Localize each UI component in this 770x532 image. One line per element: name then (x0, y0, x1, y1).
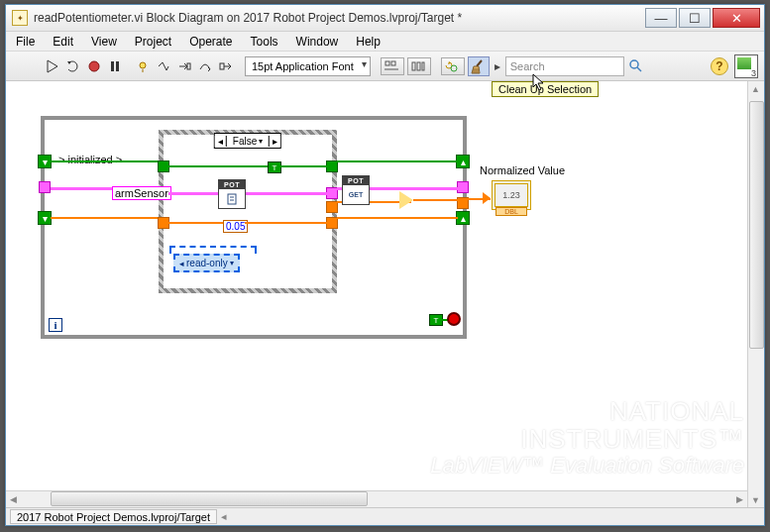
wire-green-1[interactable] (51, 160, 160, 162)
wire-case-pink-r[interactable] (246, 192, 327, 195)
case-selector[interactable]: ◂ False ▾ ▸ (214, 133, 281, 149)
svg-rect-11 (417, 62, 420, 70)
comparison-node[interactable] (399, 191, 413, 209)
horizontal-scrollbar[interactable]: ◀ ▶ (6, 490, 747, 507)
readonly-label: read-only (186, 258, 228, 268)
bool-const-inside[interactable]: T (268, 161, 281, 173)
vertical-scrollbar[interactable]: ▲ ▼ (747, 81, 764, 507)
wire-case-green[interactable] (168, 165, 268, 167)
scroll-left-arrow[interactable]: ◀ (6, 491, 21, 506)
readonly-control[interactable]: read-only ▾ (173, 254, 240, 272)
iteration-terminal[interactable]: i (49, 318, 62, 332)
numeric-indicator[interactable]: 1.23 DBL (492, 180, 531, 210)
pot-header-2: POT (343, 176, 369, 185)
pot-header-1: POT (219, 180, 245, 189)
case-structure[interactable]: ◂ False ▾ ▸ T armSensor POT (159, 130, 337, 293)
shift-register-left-1[interactable] (38, 155, 52, 168)
scroll-down-arrow[interactable]: ▼ (748, 492, 763, 507)
cleanup-button[interactable] (468, 56, 490, 76)
pot-open-subvi[interactable]: POT (218, 179, 246, 209)
run-button[interactable] (44, 57, 61, 75)
wire-case-or-r[interactable] (245, 222, 327, 224)
tunnel-right-pink[interactable] (457, 181, 469, 193)
menu-file[interactable]: File (16, 35, 35, 49)
svg-rect-6 (220, 63, 224, 69)
cleanup-tooltip: Clean Up Selection (492, 81, 599, 97)
menu-window[interactable]: Window (296, 35, 339, 49)
menu-operate[interactable]: Operate (189, 35, 232, 49)
svg-rect-2 (116, 61, 119, 71)
maximize-button[interactable]: ☐ (679, 8, 711, 28)
svg-point-18 (630, 60, 638, 68)
svg-rect-1 (111, 61, 114, 71)
svg-rect-8 (391, 61, 395, 65)
app-window: ✦ readPotentiometer.vi Block Diagram on … (5, 4, 765, 526)
minimize-button[interactable]: — (645, 8, 677, 28)
svg-point-0 (89, 61, 99, 71)
wire-orange-r-outer[interactable] (337, 217, 458, 219)
wire-orange-left[interactable] (51, 217, 160, 219)
run-continuous-button[interactable] (64, 57, 82, 75)
context-help-button[interactable]: ? (711, 57, 728, 75)
titlebar: ✦ readPotentiometer.vi Block Diagram on … (6, 5, 764, 32)
font-selector[interactable]: 15pt Application Font (245, 56, 371, 76)
step-out-button[interactable] (217, 57, 235, 75)
svg-line-14 (477, 60, 482, 66)
shift-register-left-2[interactable] (38, 211, 52, 225)
svg-rect-7 (385, 61, 389, 65)
menu-help[interactable]: Help (356, 35, 381, 49)
case-prev-arrow[interactable]: ◂ (215, 136, 227, 147)
indicator-type: DBL (495, 207, 527, 216)
statusbar: 2017 Robot Project Demos.lvproj/Target ◂ (6, 507, 764, 525)
pot-get-subvi[interactable]: POT GET (342, 175, 370, 205)
wire-case-pink-l[interactable] (168, 192, 218, 195)
wire-tri-out[interactable] (413, 199, 463, 201)
shift-register-right-2[interactable] (456, 211, 470, 225)
pot-get-label: GET (349, 185, 363, 204)
reorder-dropdown[interactable] (441, 57, 465, 75)
distribute-dropdown[interactable] (407, 57, 431, 75)
menu-edit[interactable]: Edit (53, 35, 73, 49)
tunnel-left-pink[interactable] (39, 181, 51, 193)
block-diagram-canvas[interactable]: > initialized > ◂ False ▾ ▸ T (6, 81, 764, 507)
scroll-v-thumb[interactable] (749, 101, 764, 349)
pause-button[interactable] (106, 57, 124, 75)
while-loop[interactable]: > initialized > ◂ False ▾ ▸ T (41, 116, 467, 339)
svg-rect-10 (412, 62, 415, 70)
wire-green-r[interactable] (337, 160, 458, 162)
case-next-arrow[interactable]: ▸ (269, 136, 280, 147)
retain-wires-button[interactable] (155, 57, 172, 75)
menu-view[interactable]: View (91, 35, 117, 49)
readonly-frame-top (169, 246, 257, 254)
step-into-button[interactable] (175, 57, 193, 75)
scroll-up-arrow[interactable]: ▲ (748, 81, 763, 96)
search-go-icon[interactable] (627, 57, 645, 75)
normalized-label: Normalized Value (480, 164, 565, 176)
abort-button[interactable] (85, 57, 103, 75)
scroll-h-thumb[interactable] (51, 491, 368, 506)
align-dropdown[interactable] (381, 57, 404, 75)
menu-project[interactable]: Project (135, 35, 171, 49)
wire-case-green-r[interactable] (279, 165, 327, 167)
svg-line-19 (637, 67, 641, 71)
vi-file-icon: ✦ (12, 10, 28, 26)
highlight-exec-button[interactable] (134, 57, 152, 75)
svg-rect-5 (187, 63, 190, 69)
status-arrow-icon: ◂ (221, 510, 227, 523)
close-button[interactable]: ✕ (713, 8, 760, 28)
svg-point-13 (451, 65, 457, 71)
loop-stop-terminal[interactable] (447, 312, 461, 326)
cleanup-dropdown-arrow[interactable]: ▸ (493, 57, 502, 75)
shift-register-right-1[interactable] (456, 155, 470, 168)
toolbar: 15pt Application Font ▸ Search ? (6, 52, 764, 81)
watermark: NATIONAL INSTRUMENTS™ LabVIEW™ Evaluatio… (430, 397, 744, 478)
svg-rect-20 (228, 194, 236, 204)
wire-case-or-l[interactable] (168, 222, 223, 224)
scroll-right-arrow[interactable]: ▶ (732, 491, 747, 506)
vi-icon[interactable] (734, 54, 758, 78)
step-over-button[interactable] (196, 57, 214, 75)
svg-rect-12 (422, 62, 424, 70)
search-input[interactable]: Search (505, 56, 624, 76)
case-value: False (233, 136, 257, 147)
menu-tools[interactable]: Tools (251, 35, 278, 49)
